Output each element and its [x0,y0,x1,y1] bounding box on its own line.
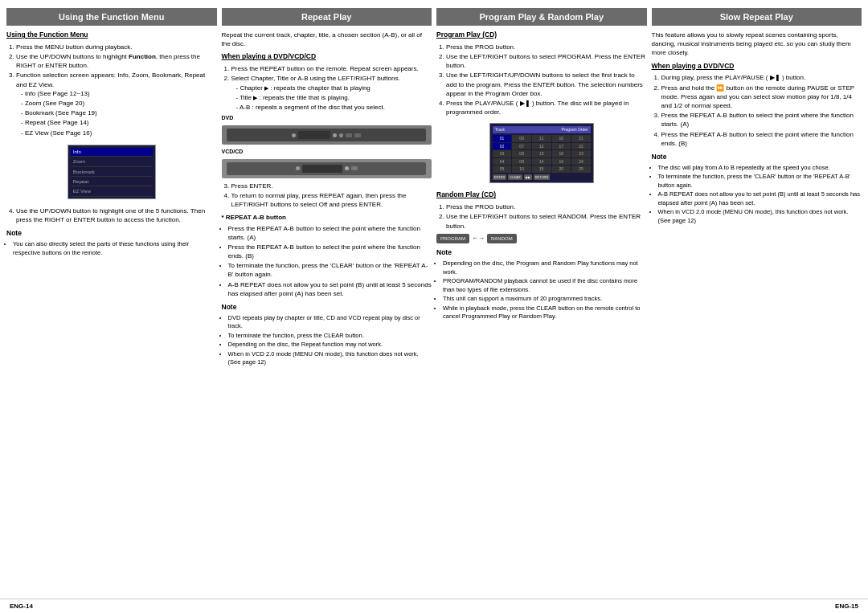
column-function-menu: Using the Function Menu Using the Functi… [6,8,217,595]
list-item: To return to normal play, press REPEAT a… [231,191,432,209]
intro-text: Repeat the current track, chapter, title… [222,31,432,48]
subheader-dvd-vcd-cd: When playing a DVD/VCD/CD [222,52,432,62]
note-title-3: Note [436,248,647,258]
list-item: Select Chapter, Title or A-B using the L… [231,74,432,112]
header-repeat-play: Repeat Play [222,8,432,26]
subheader-dvd-vcd: When playing a DVD/VCD [652,62,862,72]
list-item: Press and hold the ⏩ button on the remot… [661,84,862,111]
list-item: Press the MENU button during playback. [16,43,217,51]
column-program-play: Program Play & Random Play Program Play … [436,8,647,595]
column-slow-repeat: Slow Repeat Play This feature allows you… [652,8,862,595]
subheader-program-play-cd: Program Play (CD) [436,31,647,40]
note-title: Note [6,229,217,239]
main-content: Using the Function Menu Using the Functi… [0,0,868,599]
note-content: You can also directly select the parts o… [6,240,217,257]
vcd-label: VCD/CD [222,148,432,156]
vcd-device [222,159,432,178]
list-item: Press the REPEAT A-B button to select th… [661,111,862,129]
random-buttons: PROGRAM ←→ RANDOM [436,234,647,243]
page: Using the Function Menu Using the Functi… [0,0,868,613]
footer: ENG-14 ENG-15 [0,599,868,613]
content-program-play: Program Play (CD) Press the PROG button.… [436,31,647,595]
note-content-4: The disc will play from A to B repeatedl… [652,164,862,226]
footer-page-left: ENG-14 [10,603,33,610]
repeat-ab-section: * REPEAT A-B button Press the REPEAT A-B… [222,213,432,298]
header-function-menu: Using the Function Menu [6,8,217,26]
program-screen: Track Program Order 01 06 11 16 21 02 07… [489,123,594,183]
function-menu-screen: Info Zoom Bookmark Repeat EZ View ◀ ENTE… [68,145,156,199]
note-title-4: Note [652,153,862,162]
intro-text-slow: This feature allows you to slowly repeat… [652,31,862,58]
list-item: Use the UP/DOWN buttons to highlight Fun… [16,52,217,70]
subheader-function-menu: Using the Function Menu [6,31,217,40]
subheader-random-play-cd: Random Play (CD) [436,190,647,200]
list-item: Press the PROG button. [446,202,647,211]
list-item: Use the LEFT/RIGHT/UP/DOWN buttons to se… [446,71,647,98]
program-screen-container: Track Program Order 01 06 11 16 21 02 07… [436,120,647,186]
note-content-3: Depending on the disc, the Program and R… [436,260,647,321]
header-program-play: Program Play & Random Play [436,8,647,26]
footer-page-right: ENG-15 [835,603,858,610]
list-item: Use the LEFT/RIGHT buttons to select PRO… [446,52,647,70]
list-item: Use the LEFT/RIGHT buttons to select RAN… [446,212,647,230]
content-slow-repeat: This feature allows you to slowly repeat… [652,31,862,595]
list-item: Press the PLAY/PAUSE ( ▶❚ ) button. The … [446,99,647,116]
list-item: Press the REPEAT button on the remote. R… [231,64,432,73]
content-function-menu: Using the Function Menu Press the MENU b… [6,31,217,595]
list-item: Function selection screen appears: Info,… [16,71,217,137]
dvd-device [222,125,432,145]
header-slow-repeat: Slow Repeat Play [652,8,862,26]
content-repeat-play: Repeat the current track, chapter, title… [222,31,432,595]
column-repeat-play: Repeat Play Repeat the current track, ch… [222,8,432,595]
prog-grid: 01 06 11 16 21 02 07 12 17 22 03 08 [493,135,591,172]
note-title-2: Note [222,303,432,313]
list-item: Use the UP/DOWN button to highlight one … [16,206,217,224]
dvd-label: DVD [222,114,432,122]
list-item: Press the PROG button. [446,43,647,51]
list-item: Press ENTER. [231,182,432,190]
note-content-2: DVD repeats play by chapter or title, CD… [222,314,432,367]
list-item: During play, press the PLAY/PAUSE ( ▶❚ )… [661,73,862,82]
list-item: Press the REPEAT A-B button to select th… [661,130,862,148]
